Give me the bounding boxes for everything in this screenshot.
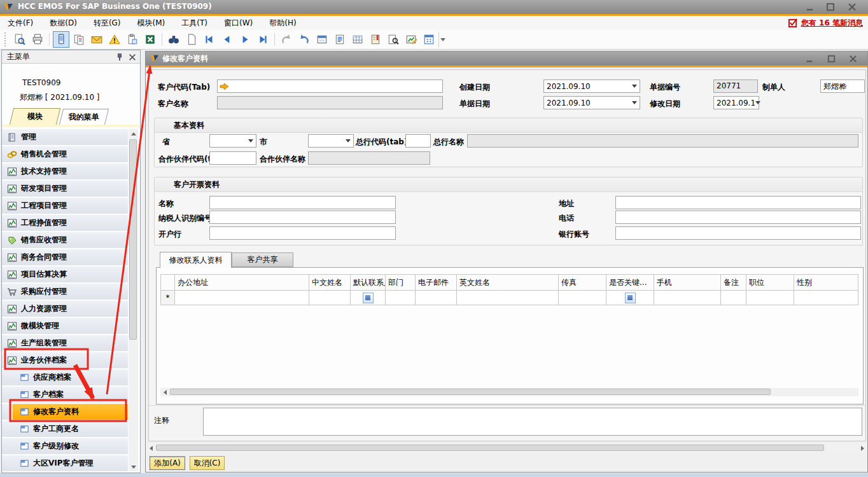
col-header-fax[interactable]: 传真 <box>559 275 606 291</box>
notes-textarea[interactable] <box>203 408 862 436</box>
bookmark-book-icon[interactable] <box>367 31 384 48</box>
menu-help[interactable]: 帮助(H) <box>269 18 296 29</box>
col-header-default-contact[interactable]: 默认联系人 <box>351 275 386 291</box>
modify-date-select[interactable]: 2021.09.1 <box>713 96 759 109</box>
tab-my-menu[interactable]: 我的菜单 <box>59 109 109 125</box>
col-header-department[interactable]: 部门 <box>386 275 416 291</box>
sidebar-item-project-estimate[interactable]: 项目估算决算 <box>2 266 128 283</box>
scroll-left-icon[interactable] <box>160 388 169 396</box>
default-contact-checkbox[interactable] <box>363 293 374 303</box>
head-bank-code-input[interactable] <box>405 134 431 148</box>
pin-icon[interactable] <box>115 53 124 62</box>
document-search-icon[interactable] <box>385 31 402 48</box>
sidebar-item-business-contract[interactable]: 商务合同管理 <box>2 249 128 266</box>
toolbar-grip[interactable] <box>4 32 8 46</box>
sidebar-item-sales-opportunity[interactable]: 销售机会管理 <box>2 146 128 163</box>
sidebar-item-rnd-project[interactable]: 研发项目管理 <box>2 181 128 197</box>
scrollbar-thumb[interactable] <box>129 139 137 340</box>
col-header-position[interactable]: 职位 <box>746 275 794 291</box>
customer-code-input[interactable] <box>217 80 443 93</box>
col-header-email[interactable]: 电子邮件 <box>416 275 457 291</box>
window-form-icon[interactable] <box>314 31 330 48</box>
cell-fax[interactable] <box>559 291 606 305</box>
col-header-mobile[interactable]: 手机 <box>654 275 721 291</box>
form-h-scrollbar[interactable] <box>146 444 867 452</box>
link-arrow-icon[interactable] <box>220 82 229 91</box>
menu-file[interactable]: 文件(F) <box>8 18 33 29</box>
form-maximize-button[interactable] <box>824 53 838 64</box>
scroll-down-icon[interactable] <box>129 462 138 471</box>
phone-icon[interactable] <box>53 31 69 48</box>
cell-remark[interactable] <box>721 291 746 305</box>
previous-record-icon[interactable] <box>219 31 235 48</box>
sidebar-item-vip-customer[interactable]: 大区VIP客户管理 <box>2 455 128 472</box>
add-button[interactable]: 添加(A) <box>150 456 185 470</box>
chart-edit-icon[interactable] <box>403 31 419 48</box>
print-icon[interactable] <box>29 31 46 48</box>
scroll-up-icon[interactable] <box>129 129 138 138</box>
col-header-office-address[interactable]: 办公地址 <box>175 275 309 291</box>
menu-window[interactable]: 窗口(W) <box>224 18 253 29</box>
form-minimize-button[interactable] <box>802 53 816 64</box>
table-view-icon[interactable] <box>349 31 366 48</box>
cell-is-key[interactable] <box>606 291 654 305</box>
sidebar-item-modify-customer-data[interactable]: 修改客户资料 <box>13 404 128 420</box>
col-header-gender[interactable]: 性别 <box>794 275 858 291</box>
menu-goto[interactable]: 转至(G) <box>94 18 121 29</box>
last-record-icon[interactable] <box>255 31 271 48</box>
invoice-name-input[interactable] <box>209 196 396 209</box>
sidebar-item-guanli[interactable]: 管理 <box>2 129 128 146</box>
cell-gender[interactable] <box>794 291 858 305</box>
scroll-left-icon[interactable] <box>146 444 155 452</box>
tax-id-input[interactable] <box>209 211 396 224</box>
excel-export-icon[interactable] <box>142 31 158 48</box>
tab-customer-share[interactable]: 客户共享 <box>232 252 293 267</box>
tab-modules[interactable]: 模块 <box>10 108 60 125</box>
sidebar-item-hr[interactable]: 人力资源管理 <box>2 301 128 317</box>
col-header-english-name[interactable]: 英文姓名 <box>457 275 559 291</box>
col-header-chinese-name[interactable]: 中文姓名 <box>309 275 351 291</box>
app-maximize-button[interactable] <box>823 2 837 12</box>
is-key-checkbox[interactable] <box>625 293 636 303</box>
cell-english-name[interactable] <box>457 291 559 305</box>
mail-icon[interactable] <box>88 31 105 48</box>
sidebar-item-production-assembly[interactable]: 生产组装管理 <box>2 335 128 352</box>
sidebar-item-earned-value[interactable]: 工程挣值管理 <box>2 215 128 232</box>
sidebar-item-purchase-payable[interactable]: 采购应付管理 <box>2 284 128 300</box>
scroll-right-icon[interactable] <box>858 444 867 452</box>
table-new-row[interactable]: * <box>161 291 858 305</box>
sidebar-item-tech-support[interactable]: 技术支持管理 <box>2 163 128 180</box>
first-record-icon[interactable] <box>201 31 218 48</box>
scrollbar-thumb[interactable] <box>156 445 824 451</box>
cell-office-address[interactable] <box>175 291 309 305</box>
warning-icon[interactable] <box>106 31 123 48</box>
sidebar-item-supplier-archive[interactable]: 供应商档案 <box>2 370 128 386</box>
print-preview-icon[interactable] <box>11 31 28 48</box>
cell-position[interactable] <box>746 291 794 305</box>
next-record-icon[interactable] <box>237 31 253 48</box>
doc-date-select[interactable]: 2021.09.10 <box>543 96 640 109</box>
sidebar-item-eng-project[interactable]: 工程项目管理 <box>2 198 128 214</box>
cell-mobile[interactable] <box>654 291 721 305</box>
cell-chinese-name[interactable] <box>309 291 351 305</box>
menu-tools[interactable]: 工具(T) <box>181 18 207 29</box>
document-report-icon[interactable] <box>332 31 348 48</box>
app-close-button[interactable] <box>845 2 859 12</box>
cell-email[interactable] <box>416 291 457 305</box>
col-header-rowselector[interactable] <box>161 275 175 291</box>
redo-icon[interactable] <box>296 31 312 48</box>
sidebar-item-customer-archive[interactable]: 客户档案 <box>2 387 128 403</box>
calendar-icon[interactable] <box>421 31 437 48</box>
col-header-is-key[interactable]: 是否关键... <box>606 275 654 291</box>
partner-code-input[interactable] <box>209 151 256 165</box>
bank-account-input[interactable] <box>615 226 861 240</box>
create-date-select[interactable]: 2021.09.10 <box>543 80 640 93</box>
find-icon[interactable] <box>165 31 182 48</box>
copy-notes-icon[interactable] <box>71 31 87 48</box>
sidebar-close-icon[interactable] <box>128 53 137 62</box>
new-messages-area[interactable]: 您有 16 笔新消息 <box>788 16 863 30</box>
new-document-icon[interactable] <box>183 31 200 48</box>
sidebar-item-customer-rename[interactable]: 客户工商更名 <box>2 421 128 438</box>
toolbar-overflow-icon[interactable] <box>438 31 447 48</box>
app-minimize-button[interactable] <box>803 2 817 12</box>
